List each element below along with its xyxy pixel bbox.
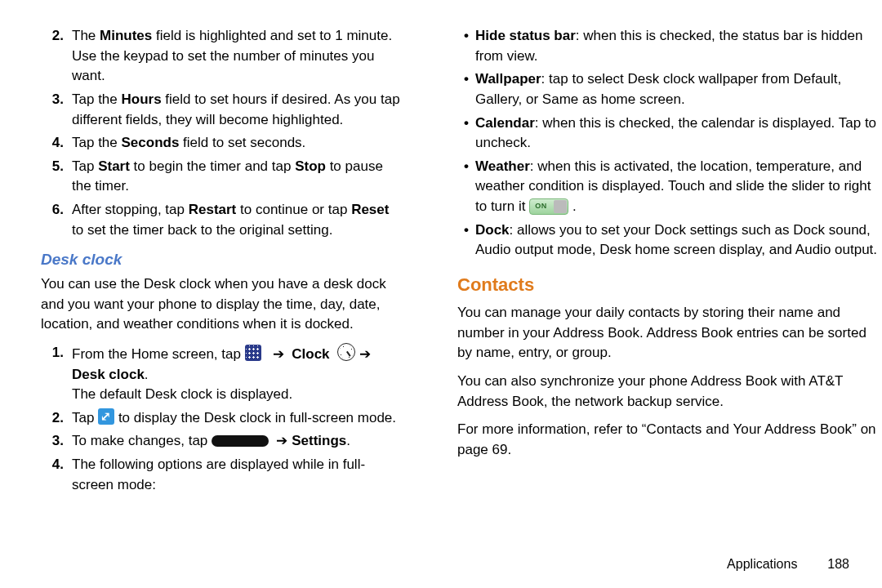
step-text: To make changes, tap ➔ Settings.: [72, 431, 400, 452]
step-number: 2.: [41, 408, 72, 429]
desk-step-2: 2. Tap to display the Desk clock in full…: [41, 408, 400, 429]
toggle-on-icon: [529, 198, 568, 215]
arrow: ➔: [355, 346, 371, 362]
right-column: • Hide status bar: when this is checked,…: [416, 23, 882, 498]
step-number: 3.: [41, 431, 72, 452]
step-text: The following options are displayed whil…: [72, 455, 400, 495]
menu-key-icon: [212, 435, 269, 447]
step-text: Tap the Seconds field to set seconds.: [72, 133, 400, 154]
text: From the Home screen, tap: [72, 346, 245, 362]
step-4: 4. Tap the Seconds field to set seconds.: [41, 133, 400, 154]
desk-clock-intro: You can use the Desk clock when you have…: [41, 274, 400, 335]
bullet-dot: •: [457, 157, 475, 217]
contacts-heading: Contacts: [457, 272, 882, 298]
step-text: Tap Start to begin the timer and tap Sto…: [72, 157, 400, 197]
step-text: Tap to display the Desk clock in full-sc…: [72, 408, 400, 429]
contacts-paragraph-3: For more information, refer to “Contacts…: [457, 420, 882, 460]
clock-label: Clock: [292, 346, 329, 362]
timer-steps-list: 2. The Minutes field is highlighted and …: [41, 26, 400, 240]
step-text: From the Home screen, tap ➔ Clock ➔ Desk…: [72, 343, 400, 405]
bullet-dot: •: [457, 26, 475, 66]
bullet-hide-status-bar: • Hide status bar: when this is checked,…: [457, 26, 882, 66]
bullet-text: Calendar: when this is checked, the cale…: [475, 114, 882, 154]
desk-clock-steps: 1. From the Home screen, tap ➔ Clock ➔ D…: [41, 343, 400, 495]
desk-step-3: 3. To make changes, tap ➔ Settings.: [41, 431, 400, 452]
step-number: 2.: [41, 26, 72, 87]
bullet-text: Dock: allows you to set your Dock settin…: [475, 220, 882, 261]
bullet-text: Weather: when this is activated, the loc…: [475, 157, 882, 217]
step-text: After stopping, tap Restart to continue …: [72, 200, 400, 240]
text: To make changes, tap: [72, 433, 212, 448]
manual-page: 2. The Minutes field is highlighted and …: [0, 0, 882, 498]
settings-label: Settings: [292, 433, 346, 448]
text: For more information, refer to: [457, 421, 642, 437]
bullet-dot: •: [457, 69, 475, 109]
step-number: 4.: [41, 133, 72, 154]
step-number: 1.: [41, 343, 72, 405]
bullet-text: Wallpaper: tap to select Desk clock wall…: [475, 69, 882, 109]
desk-step-4: 4. The following options are displayed w…: [41, 455, 400, 495]
left-column: 2. The Minutes field is highlighted and …: [0, 23, 416, 498]
text: .: [572, 198, 577, 214]
page-number: 188: [827, 557, 849, 571]
apps-grid-icon: [245, 345, 261, 361]
text: to display the Desk clock in full-screen…: [118, 410, 396, 425]
page-footer: Applications 188: [727, 555, 849, 573]
desk-clock-label: Desk clock: [72, 367, 145, 382]
step-6: 6. After stopping, tap Restart to contin…: [41, 200, 400, 240]
bullet-dot: •: [457, 220, 475, 261]
step-number: 3.: [41, 90, 72, 130]
text: The default Desk clock is displayed.: [72, 386, 292, 402]
desk-clock-heading: Desk clock: [41, 248, 400, 271]
fullscreen-icon: [98, 408, 114, 425]
desk-step-1: 1. From the Home screen, tap ➔ Clock ➔ D…: [41, 343, 400, 405]
bullet-calendar: • Calendar: when this is checked, the ca…: [457, 114, 882, 154]
bullet-dot: •: [457, 114, 475, 154]
section-name: Applications: [727, 557, 797, 571]
step-text: Tap the Hours field to set hours if desi…: [72, 90, 400, 130]
step-number: 6.: [41, 200, 72, 240]
bullet-wallpaper: • Wallpaper: tap to select Desk clock wa…: [457, 69, 882, 109]
clock-icon: [337, 343, 355, 361]
bullet-dock: • Dock: allows you to set your Dock sett…: [457, 220, 882, 261]
step-3: 3. Tap the Hours field to set hours if d…: [41, 90, 400, 130]
step-number: 5.: [41, 157, 72, 197]
contacts-paragraph-1: You can manage your daily contacts by st…: [457, 303, 882, 363]
step-2: 2. The Minutes field is highlighted and …: [41, 26, 400, 87]
step-number: 4.: [41, 455, 72, 495]
bullet-weather: • Weather: when this is activated, the l…: [457, 157, 882, 217]
text: Tap: [72, 410, 98, 425]
step-text: The Minutes field is highlighted and set…: [72, 26, 400, 87]
step-5: 5. Tap Start to begin the timer and tap …: [41, 157, 400, 197]
contacts-paragraph-2: You can also synchronize your phone Addr…: [457, 372, 882, 412]
bullet-text: Hide status bar: when this is checked, t…: [475, 26, 882, 66]
cross-ref: “Contacts and Your Address Book”: [642, 421, 857, 437]
